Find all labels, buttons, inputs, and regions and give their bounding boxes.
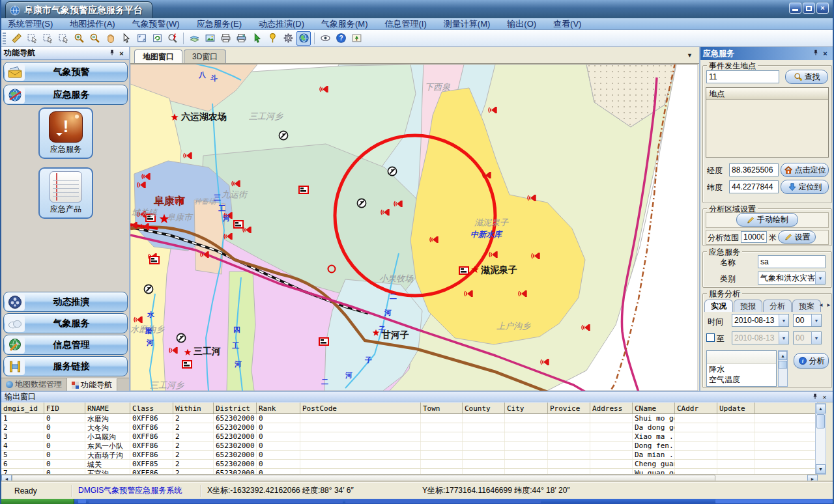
column-header-District[interactable]: District xyxy=(214,402,257,414)
print-color-icon[interactable] xyxy=(234,31,248,46)
latitude-input[interactable] xyxy=(729,180,779,193)
placemark-icon[interactable] xyxy=(265,31,280,46)
restore-button[interactable] xyxy=(803,3,815,14)
column-header-Class[interactable]: Class xyxy=(130,402,173,414)
station-flag-icon[interactable] xyxy=(150,257,159,264)
analysis-tab-预案[interactable]: 预案 xyxy=(792,300,821,312)
column-header-CName[interactable]: CName xyxy=(633,402,675,414)
minimize-button[interactable] xyxy=(789,3,801,14)
column-header-Address[interactable]: Address xyxy=(590,402,633,414)
place-list-header[interactable]: 地点 xyxy=(706,88,828,100)
monitor-station-icon[interactable] xyxy=(279,131,287,139)
analyze-button[interactable]: 分析 xyxy=(794,353,829,369)
place-list[interactable]: 地点 xyxy=(706,87,829,158)
right-panel-pin-icon[interactable] xyxy=(811,49,820,58)
nav-accordion-信息管理[interactable]: 信息管理 xyxy=(3,335,128,355)
search-button[interactable]: 查找 xyxy=(785,70,828,84)
menu-item-4[interactable]: 应急服务(E) xyxy=(197,18,242,30)
scene-image-icon[interactable] xyxy=(349,31,364,46)
menu-item-6[interactable]: 气象服务(M) xyxy=(321,18,368,30)
output-pin-icon[interactable] xyxy=(810,393,820,402)
click-locate-button[interactable]: 点击定位 xyxy=(781,163,829,177)
hour-select[interactable]: 00▼ xyxy=(793,314,822,327)
station-flag-icon[interactable] xyxy=(234,221,243,228)
chevron-down-icon[interactable]: ▼ xyxy=(811,315,821,326)
nav-accordion-气象预警[interactable]: 气象预警 xyxy=(3,62,128,82)
select-rect-icon[interactable] xyxy=(25,31,39,46)
help-icon[interactable] xyxy=(334,31,348,46)
column-header-City[interactable]: City xyxy=(505,402,548,414)
globe-service-icon[interactable] xyxy=(296,31,311,46)
table-row[interactable]: 40东风一小队0XFF8626523020000Dong fen... xyxy=(1,441,818,451)
range-input[interactable] xyxy=(741,231,767,243)
analysis-tab-实况[interactable]: 实况 xyxy=(704,300,733,312)
table-row[interactable]: 70五官沟0XFF8626523020000Wu guan gou xyxy=(1,469,818,474)
station-flag-icon[interactable] xyxy=(182,361,192,368)
left-tab-地图数据管理[interactable]: 地图数据管理 xyxy=(1,378,67,391)
station-flag-icon[interactable] xyxy=(319,338,328,345)
service-type-select[interactable]: 气象和洪水灾害▼ xyxy=(758,272,826,285)
menu-item-10[interactable]: 查看(V) xyxy=(553,18,581,30)
pan-hand-icon[interactable] xyxy=(103,31,117,46)
table-row[interactable]: 20大冬沟0XFF8626523020000Da dong gou xyxy=(1,423,818,432)
date-select[interactable]: 2010-08-13▼ xyxy=(732,314,789,327)
column-header-FID[interactable]: FID xyxy=(44,402,85,414)
monitor-station-icon[interactable] xyxy=(388,167,396,175)
layer-manager-icon[interactable] xyxy=(187,31,201,46)
menu-item-7[interactable]: 信息管理(I) xyxy=(385,18,427,30)
nav-accordion-气象服务[interactable]: 气象服务 xyxy=(3,313,128,333)
table-row[interactable]: 30小马厩沟0XFF8626523020000Xiao ma ... xyxy=(1,432,818,441)
to-date-checkbox[interactable] xyxy=(706,333,715,342)
scroll-up-icon[interactable]: ▲ xyxy=(779,351,787,360)
station-flag-icon[interactable] xyxy=(299,186,308,193)
pointer-icon[interactable] xyxy=(119,31,133,46)
select-polygon-icon[interactable] xyxy=(40,31,55,46)
menu-item-1[interactable]: 系统管理(S) xyxy=(8,18,53,30)
nav-accordion-动态推演[interactable]: 动态推演 xyxy=(3,292,128,312)
scroll-up-icon[interactable]: ▲ xyxy=(816,404,826,413)
chevron-down-icon[interactable]: ▼ xyxy=(815,272,825,284)
analysis-tab-预报[interactable]: 预报 xyxy=(734,300,762,312)
scroll-down-icon[interactable]: ▼ xyxy=(816,464,826,474)
table-row[interactable]: 60城关0XFF8526523020000Cheng guan xyxy=(1,460,818,469)
menu-item-9[interactable]: 输出(O) xyxy=(507,18,536,30)
location-search-input[interactable] xyxy=(706,70,779,83)
column-header-County[interactable]: County xyxy=(463,402,505,414)
print-icon[interactable] xyxy=(218,31,233,46)
output-close-icon[interactable]: × xyxy=(820,393,829,402)
map-tab-3D窗口[interactable]: 3D窗口 xyxy=(184,49,226,63)
longitude-input[interactable] xyxy=(729,163,779,176)
zoom-out-icon[interactable] xyxy=(87,31,102,46)
menu-item-3[interactable]: 气象预警(W) xyxy=(132,18,180,30)
shortcut-应急产品[interactable]: 应急产品 xyxy=(38,167,93,219)
shortcut-应急服务[interactable]: 应急服务 xyxy=(38,107,93,159)
date2-select[interactable]: 2010-08-13▼ xyxy=(732,331,789,344)
nav-accordion-服务链接[interactable]: 服务链接 xyxy=(3,356,128,376)
manual-draw-button[interactable]: 手动绘制 xyxy=(736,213,798,227)
column-header-Update[interactable]: Update xyxy=(717,402,755,414)
layer-item[interactable]: 降水 xyxy=(707,364,776,374)
chevron-down-icon[interactable]: ▼ xyxy=(779,315,788,326)
monitor-station-icon[interactable] xyxy=(144,285,152,293)
column-header-dmgis_id[interactable]: dmgis_id xyxy=(1,402,44,414)
column-header-CAddr[interactable]: CAddr xyxy=(675,402,717,414)
right-panel-close-icon[interactable]: × xyxy=(820,49,830,58)
output-vertical-scrollbar[interactable]: ▲ ▼ xyxy=(815,403,826,475)
title-bar[interactable]: 阜康市气象预警应急服务平台 × xyxy=(1,0,833,18)
table-row[interactable]: 10水磨沟0XFF8626523020000Shui mo gou xyxy=(1,414,818,423)
goto-location-button[interactable]: 定位到 xyxy=(781,180,829,194)
table-row[interactable]: 50大面场子沟0XFF8626523020000Da mian ... xyxy=(1,451,818,460)
refresh-map-icon[interactable] xyxy=(150,31,164,46)
menu-item-5[interactable]: 动态推演(D) xyxy=(259,18,304,30)
map-tab-地图窗口[interactable]: 地图窗口 xyxy=(134,49,182,63)
column-header-PostCode[interactable]: PostCode xyxy=(300,402,421,414)
toolbar-grip[interactable] xyxy=(3,33,6,44)
tab-scroll-icons[interactable]: ◄ ► xyxy=(818,302,832,308)
identify-icon[interactable] xyxy=(165,31,180,46)
service-name-input[interactable] xyxy=(758,255,826,268)
export-image-icon[interactable] xyxy=(203,31,217,46)
analysis-layer-list[interactable]: 降水空气温度 xyxy=(706,350,777,387)
left-tab-功能导航[interactable]: 功能导航 xyxy=(67,378,117,391)
menu-item-8[interactable]: 测量计算(M) xyxy=(444,18,491,30)
layer-item[interactable]: 空气温度 xyxy=(707,374,776,385)
